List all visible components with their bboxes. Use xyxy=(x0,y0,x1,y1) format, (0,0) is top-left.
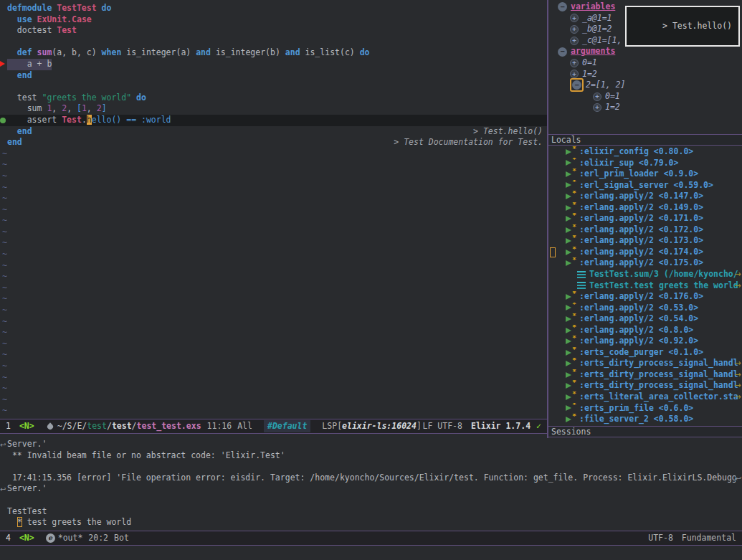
thread-row[interactable]: *:erts_prim_file <0.6.0> xyxy=(548,403,742,414)
gear-glyph: * xyxy=(572,313,576,320)
out-buffer-line[interactable]: * test greets the world xyxy=(0,517,742,528)
out-buffer-line[interactable]: ** Invalid beam file or no abstract code… xyxy=(0,450,742,462)
code-line[interactable]: end xyxy=(0,70,547,82)
thread-icon: * xyxy=(566,259,576,267)
thread-row[interactable]: *:erlang.apply/2 <0.171.0> xyxy=(548,213,742,224)
thread-row[interactable]: *:erts_dirty_process_signal_handl→ xyxy=(548,380,742,391)
code-line[interactable]: test "greets the world" do xyxy=(0,92,547,104)
thread-row[interactable]: *:erlang.apply/2 <0.175.0> xyxy=(548,257,742,269)
thread-row[interactable]: *:erlang.apply/2 <0.54.0> xyxy=(548,313,742,325)
expand-icon[interactable]: + xyxy=(570,25,579,34)
window-number: 4 xyxy=(6,533,11,544)
variable-node[interactable]: −2=[1, 2] xyxy=(548,80,742,91)
empty-line-tilde: ~ xyxy=(0,372,547,384)
out-buffer-line[interactable] xyxy=(0,495,742,506)
thread-row[interactable]: *:erts_code_purger <0.1.0> xyxy=(548,347,742,359)
play-triangle xyxy=(566,394,571,400)
variable-child-node[interactable]: +0=1 xyxy=(548,91,742,103)
breakpoint-icon[interactable] xyxy=(0,118,6,123)
code-line[interactable]: doctest Test xyxy=(0,25,547,37)
play-triangle xyxy=(566,194,571,199)
thread-row[interactable]: *:file_server_2 <0.58.0> xyxy=(548,414,742,425)
locals-item-label: :erts_code_purger <0.1.0> xyxy=(579,347,703,359)
tree-node-label: 1=2 xyxy=(605,102,620,113)
expand-icon[interactable]: + xyxy=(593,92,601,101)
collapse-icon[interactable]: − xyxy=(572,80,581,90)
code-token: a + b xyxy=(7,59,52,69)
stack-frame-row[interactable]: TestTest.sum/3 (/home/kyoncho/→ xyxy=(548,269,742,280)
thread-icon: * xyxy=(566,326,576,335)
thread-row[interactable]: *:erlang.apply/2 <0.53.0> xyxy=(548,303,742,314)
expression-result-popup: > Test.hello() xyxy=(625,6,740,47)
code-token: test greets the world xyxy=(22,517,131,527)
play-triangle xyxy=(566,205,571,211)
thread-row[interactable]: *:erlang.apply/2 <0.172.0> xyxy=(548,224,742,236)
out-buffer-line[interactable] xyxy=(0,461,742,473)
thread-row[interactable]: *:elixir_config <0.80.0> xyxy=(548,146,742,158)
out-buffer-line[interactable]: ↩Server.' xyxy=(0,483,742,495)
code-line[interactable] xyxy=(0,37,547,48)
expand-icon[interactable]: + xyxy=(570,59,579,67)
thread-row[interactable]: *:erlang.apply/2 <0.92.0> xyxy=(548,336,742,347)
stack-frame-row[interactable]: TestTest.test greets the world→ xyxy=(548,280,742,292)
code-line[interactable]: defmodule TestTest do xyxy=(0,3,547,14)
expand-icon[interactable]: + xyxy=(593,103,601,112)
dap-locals-list[interactable]: *:elixir_config <0.80.0>*:elixir_sup <0.… xyxy=(548,146,742,426)
collapse-icon[interactable]: − xyxy=(558,47,567,57)
code-line[interactable] xyxy=(0,81,547,92)
thread-icon: * xyxy=(566,293,576,301)
thread-row[interactable]: *:erlang.apply/2 <0.174.0> xyxy=(548,247,742,258)
code-token: end xyxy=(7,137,22,147)
code-line[interactable]: end> Test Documentation for Test. xyxy=(0,137,547,148)
thread-row[interactable]: *:erl_signal_server <0.59.0> xyxy=(548,180,742,191)
thread-row[interactable]: *:erlang.apply/2 <0.173.0> xyxy=(548,235,742,247)
code-line[interactable]: assert Test.hello() == :world xyxy=(0,115,547,126)
collapse-icon[interactable]: − xyxy=(558,2,567,11)
expand-icon[interactable]: + xyxy=(570,14,579,22)
variable-node[interactable]: +0=1 xyxy=(548,57,742,69)
gear-glyph: * xyxy=(572,358,576,364)
out-buffer-line[interactable]: TestTest xyxy=(0,506,742,518)
buffer-path[interactable]: ~/S/E/test/test/test_test.exs xyxy=(57,421,201,432)
thread-row[interactable]: *:elixir_sup <0.79.0> xyxy=(548,158,742,169)
code-line[interactable]: use ExUnit.Case xyxy=(0,14,547,26)
code-token: Test xyxy=(62,115,82,125)
out-buffer-line[interactable]: ↩Server.' xyxy=(0,439,742,450)
code-line[interactable]: sum 1, 2, [1, 2] xyxy=(0,103,547,115)
code-editor-window[interactable]: defmodule TestTest do use ExUnit.Case do… xyxy=(0,0,547,419)
play-triangle xyxy=(566,305,571,310)
line-wrap-icon: ↩ xyxy=(0,440,6,450)
play-triangle xyxy=(566,383,571,389)
locals-item-label: :erlang.apply/2 <0.8.0> xyxy=(579,325,693,336)
thread-row[interactable]: *:erlang.apply/2 <0.147.0> xyxy=(548,191,742,202)
line-wrap-icon: ↩ xyxy=(736,473,741,484)
thread-row[interactable]: *:erl_prim_loader <0.9.0> xyxy=(548,169,742,180)
expand-icon[interactable]: + xyxy=(570,37,579,45)
buffer-name[interactable]: *out* xyxy=(58,533,83,544)
lsp-status[interactable]: LSP[elixir-ls:16024] xyxy=(322,421,422,432)
thread-row[interactable]: *:erlang.apply/2 <0.8.0> xyxy=(548,325,742,336)
out-buffer-window[interactable]: ↩Server.' ** Invalid beam file or no abs… xyxy=(0,438,742,531)
emacs-buffer-icon: e xyxy=(46,533,55,543)
line-wrap-icon: ↩ xyxy=(0,484,6,495)
thread-row[interactable]: *:erlang.apply/2 <0.149.0> xyxy=(548,202,742,214)
scope-group[interactable]: −arguments xyxy=(548,46,742,57)
tree-node-label: 0=1 xyxy=(582,57,597,69)
variable-child-node[interactable]: +1=2 xyxy=(548,102,742,113)
thread-row[interactable]: *:erts_dirty_process_signal_handl→ xyxy=(548,369,742,381)
locals-item-label: :erts_dirty_process_signal_handl xyxy=(579,369,738,381)
play-triangle xyxy=(566,405,571,411)
code-line[interactable]: end> Test.hello() xyxy=(0,126,547,138)
empty-line-tilde: ~ xyxy=(0,327,547,338)
code-line[interactable]: def sum(a, b, c) when is_integer(a) and … xyxy=(0,47,547,59)
code-token xyxy=(131,92,136,103)
thread-row[interactable]: *:erts_literal_area_collector.sta→ xyxy=(548,391,742,403)
thread-row[interactable]: *:erts_dirty_process_signal_handl→ xyxy=(548,358,742,369)
tree-node-label: variables xyxy=(571,1,615,13)
out-buffer-line[interactable]: 17:41:15.356 [error] 'File operation err… xyxy=(0,473,742,484)
code-line[interactable]: a + b xyxy=(0,59,547,70)
expand-icon[interactable]: + xyxy=(570,70,579,78)
empty-line-tilde: ~ xyxy=(0,405,547,417)
thread-row[interactable]: *:erlang.apply/2 <0.176.0> xyxy=(548,291,742,303)
persp-name-badge[interactable]: #Default xyxy=(264,420,310,433)
